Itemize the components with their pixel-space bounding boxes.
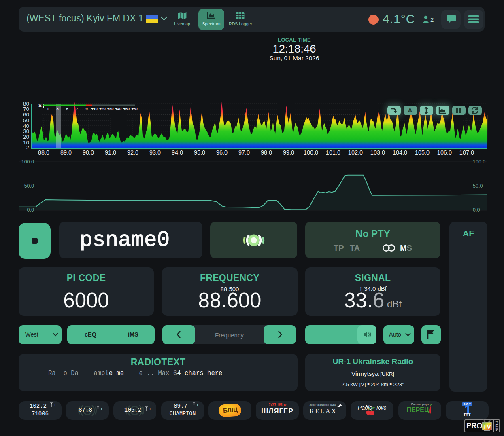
svg-text:50.0: 50.0 [24,183,34,189]
svg-text:+50: +50 [123,106,130,111]
svg-text:99.0: 99.0 [283,149,294,156]
svg-text:+40: +40 [115,106,121,111]
svg-text:+30: +30 [107,106,113,111]
svg-text:100.0: 100.0 [473,159,485,165]
svg-text:101.0: 101.0 [326,149,340,156]
svg-text:95.0: 95.0 [194,149,205,156]
svg-text:105.0: 105.0 [415,149,430,156]
svg-text:80: 80 [23,101,29,107]
svg-text:107.0: 107.0 [459,149,474,156]
svg-text:9: 9 [86,106,88,111]
svg-text:40: 40 [23,123,29,129]
svg-text:98.0: 98.0 [261,149,272,156]
svg-text:2: 2 [26,144,29,150]
svg-text:100.0: 100.0 [21,159,34,165]
svg-text:50.0: 50.0 [473,183,483,189]
svg-text:103.0: 103.0 [370,149,385,156]
svg-text:94.0: 94.0 [172,149,183,156]
svg-text:100.0: 100.0 [304,149,318,156]
svg-text:5: 5 [66,106,69,111]
svg-text:1: 1 [149,407,151,411]
svg-text:104.0: 104.0 [393,149,407,156]
svg-text:89.0: 89.0 [60,149,72,156]
svg-text:102.0: 102.0 [348,149,363,156]
svg-text:TV: TV [483,423,491,430]
svg-text:20: 20 [23,134,29,140]
svg-text:1: 1 [47,106,49,111]
svg-text:70: 70 [23,106,29,112]
svg-text:A: A [408,107,413,114]
svg-text:96.0: 96.0 [216,149,228,156]
svg-text:1: 1 [54,403,56,407]
svg-text:1: 1 [196,403,198,407]
svg-text:30: 30 [23,128,29,134]
svg-text:+20: +20 [99,106,105,111]
svg-text:97.0: 97.0 [238,149,250,156]
svg-text:88.0: 88.0 [38,149,49,156]
svg-text:S: S [38,103,42,108]
svg-text:+10: +10 [91,106,97,111]
svg-text:+60: +60 [131,106,137,111]
svg-text:50: 50 [23,117,29,123]
svg-text:106.0: 106.0 [437,149,452,156]
svg-text:93.0: 93.0 [149,149,161,156]
svg-text:1: 1 [100,407,102,411]
svg-text:60: 60 [23,112,29,118]
svg-text:90.0: 90.0 [83,149,94,156]
svg-text:91.0: 91.0 [105,149,116,156]
svg-text:7: 7 [76,106,78,111]
svg-text:3: 3 [57,106,59,111]
svg-text:92.0: 92.0 [127,149,138,156]
